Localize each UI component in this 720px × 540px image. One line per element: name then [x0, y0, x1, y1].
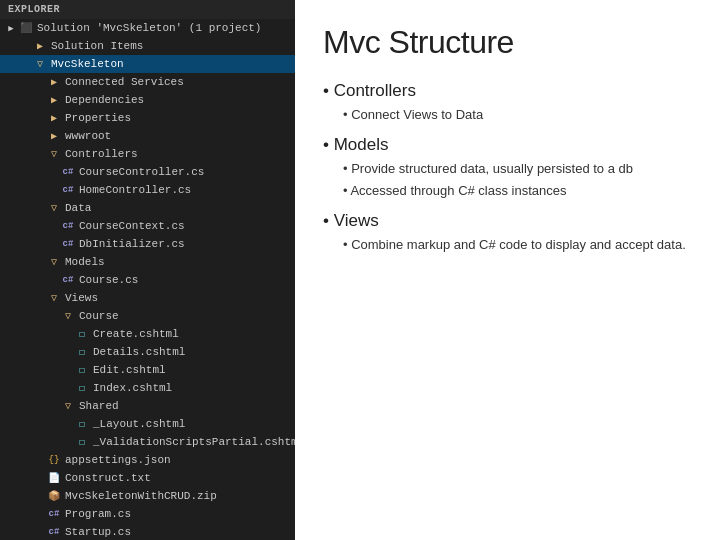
- tree-item-course[interactable]: c# Course.cs: [0, 271, 295, 289]
- bullet-sub: Combine markup and C# code to display an…: [343, 235, 692, 255]
- bullet-section: ModelsProvide structured data, usually p…: [323, 135, 692, 201]
- tree-label: Controllers: [65, 148, 138, 160]
- tree-item-mvczip[interactable]: 📦 MvcSkeletonWithCRUD.zip: [0, 487, 295, 505]
- tree-label: Dependencies: [65, 94, 144, 106]
- tree-item-wwwroot[interactable]: ▶ wwwroot: [0, 127, 295, 145]
- tree-item-homecontroller[interactable]: c# HomeController.cs: [0, 181, 295, 199]
- tree-label: _Layout.cshtml: [93, 418, 185, 430]
- tree-label: Shared: [79, 400, 119, 412]
- tree-item-data[interactable]: ▽ Data: [0, 199, 295, 217]
- tree-item-mvcskeleton[interactable]: ▽ MvcSkeleton: [0, 55, 295, 73]
- bullet-sub: Connect Views to Data: [343, 105, 692, 125]
- tree-label: appsettings.json: [65, 454, 171, 466]
- tree-item-index[interactable]: ◻ Index.cshtml: [0, 379, 295, 397]
- tree-label: Construct.txt: [65, 472, 151, 484]
- tree-item-views-course[interactable]: ▽ Course: [0, 307, 295, 325]
- bullet-main: Models: [323, 135, 692, 155]
- tree-item-dependencies[interactable]: ▶ Dependencies: [0, 91, 295, 109]
- tree-item-validation[interactable]: ◻ _ValidationScriptsPartial.cshtml: [0, 433, 295, 451]
- tree-item-connected[interactable]: ▶ Connected Services: [0, 73, 295, 91]
- tree-item-properties[interactable]: ▶ Properties: [0, 109, 295, 127]
- tree-item-dbinitializer[interactable]: c# DbInitializer.cs: [0, 235, 295, 253]
- bullet-section: ViewsCombine markup and C# code to displ…: [323, 211, 692, 255]
- arrow-icon: ▶: [4, 23, 18, 34]
- tree-item-details[interactable]: ◻ Details.cshtml: [0, 343, 295, 361]
- tree-label: Details.cshtml: [93, 346, 185, 358]
- tree-label: Course.cs: [79, 274, 138, 286]
- explorer-header: Explorer: [0, 0, 295, 19]
- tree-label: CourseController.cs: [79, 166, 204, 178]
- tree-item-create[interactable]: ◻ Create.cshtml: [0, 325, 295, 343]
- tree-label: Models: [65, 256, 105, 268]
- sections-container: ControllersConnect Views to DataModelsPr…: [323, 81, 692, 264]
- tree-label: DbInitializer.cs: [79, 238, 185, 250]
- tree-item-startup[interactable]: c# Startup.cs: [0, 523, 295, 540]
- tree-label: Views: [65, 292, 98, 304]
- tree-label: CourseContext.cs: [79, 220, 185, 232]
- explorer-panel: Explorer ▶ ⬛ Solution 'MvcSkeleton' (1 p…: [0, 0, 295, 540]
- tree-item-edit[interactable]: ◻ Edit.cshtml: [0, 361, 295, 379]
- slide-title: Mvc Structure: [323, 24, 692, 61]
- tree-label: Solution 'MvcSkeleton' (1 project): [37, 22, 261, 34]
- bullet-sub: Provide structured data, usually persist…: [343, 159, 692, 179]
- tree-item-models[interactable]: ▽ Models: [0, 253, 295, 271]
- tree-label: HomeController.cs: [79, 184, 191, 196]
- tree-label: Startup.cs: [65, 526, 131, 538]
- tree-item-controllers[interactable]: ▽ Controllers: [0, 145, 295, 163]
- tree-label: Connected Services: [65, 76, 184, 88]
- tree-item-views[interactable]: ▽ Views: [0, 289, 295, 307]
- tree-label: Data: [65, 202, 91, 214]
- tree-label: Course: [79, 310, 119, 322]
- tree-label: Edit.cshtml: [93, 364, 166, 376]
- tree-label: _ValidationScriptsPartial.cshtml: [93, 436, 295, 448]
- tree-label: MvcSkeleton: [51, 58, 124, 70]
- tree-label: Properties: [65, 112, 131, 124]
- tree-item-coursecontroller[interactable]: c# CourseController.cs: [0, 163, 295, 181]
- tree-item-shared[interactable]: ▽ Shared: [0, 397, 295, 415]
- tree-item-solution[interactable]: ▶ ⬛ Solution 'MvcSkeleton' (1 project): [0, 19, 295, 37]
- file-tree: ▶ ⬛ Solution 'MvcSkeleton' (1 project) ▶…: [0, 19, 295, 540]
- bullet-main: Controllers: [323, 81, 692, 101]
- bullet-section: ControllersConnect Views to Data: [323, 81, 692, 125]
- tree-label: Create.cshtml: [93, 328, 179, 340]
- tree-label: Solution Items: [51, 40, 143, 52]
- tree-item-appsettings[interactable]: {} appsettings.json: [0, 451, 295, 469]
- bullet-main: Views: [323, 211, 692, 231]
- tree-item-solution-items[interactable]: ▶ Solution Items: [0, 37, 295, 55]
- tree-item-program[interactable]: c# Program.cs: [0, 505, 295, 523]
- tree-item-layout[interactable]: ◻ _Layout.cshtml: [0, 415, 295, 433]
- bullet-sub: Accessed through C# class instances: [343, 181, 692, 201]
- tree-label: wwwroot: [65, 130, 111, 142]
- tree-item-construct[interactable]: 📄 Construct.txt: [0, 469, 295, 487]
- tree-label: Program.cs: [65, 508, 131, 520]
- tree-label: Index.cshtml: [93, 382, 172, 394]
- tree-label: MvcSkeletonWithCRUD.zip: [65, 490, 217, 502]
- tree-item-coursecontext[interactable]: c# CourseContext.cs: [0, 217, 295, 235]
- content-panel: Mvc Structure ControllersConnect Views t…: [295, 0, 720, 540]
